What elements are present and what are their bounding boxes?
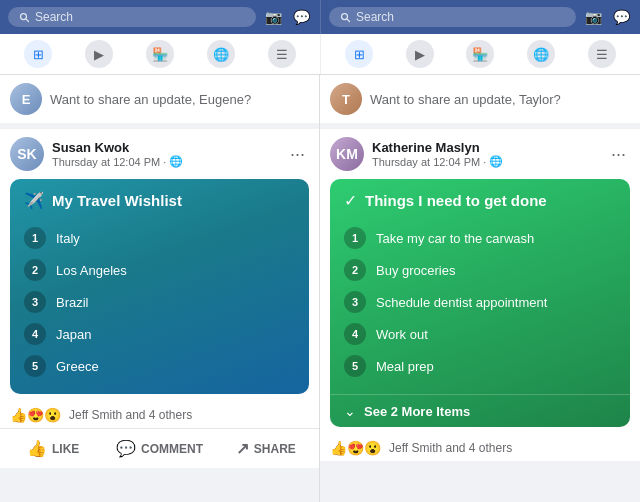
see-more-button[interactable]: ⌄ See 2 More Items (330, 394, 630, 427)
avatar-eugene: E (10, 83, 42, 115)
list-card-travel: ✈️ My Travel Wishlist 1 Italy 2 Los Ange… (10, 179, 309, 394)
wow-emoji: 😮 (44, 407, 61, 423)
list-item: 3 Brazil (24, 286, 295, 318)
update-box-left: E Want to share an update, Eugene? (0, 75, 319, 129)
store-icon-right[interactable]: 🏪 (466, 40, 494, 68)
post-avatar-susan: SK (10, 137, 44, 171)
update-placeholder-right[interactable]: Want to share an update, Taylor? (370, 92, 561, 107)
post-header-right: KM Katherine Maslyn Thursday at 12:04 PM… (320, 129, 640, 179)
top-nav: Search 📷 💬 Search 📷 💬 (0, 0, 640, 34)
update-placeholder-left[interactable]: Want to share an update, Eugene? (50, 92, 251, 107)
menu-icon-right[interactable]: ☰ (588, 40, 616, 68)
list-items-todo: 1 Take my car to the carwash 2 Buy groce… (330, 218, 630, 394)
feed-right: T Want to share an update, Taylor? KM Ka… (320, 75, 640, 502)
update-box-right: T Want to share an update, Taylor? (320, 75, 640, 129)
comment-button-left[interactable]: 💬 COMMENT (106, 433, 212, 464)
post-meta-right: Katherine Maslyn Thursday at 12:04 PM · … (372, 140, 599, 168)
post-avatar-susan-img: SK (10, 137, 44, 171)
messenger-icon-right[interactable]: 💬 (610, 6, 632, 28)
post-time-left: Thursday at 12:04 PM · 🌐 (52, 155, 278, 168)
post-card-left: SK Susan Kwok Thursday at 12:04 PM · 🌐 ·… (0, 129, 319, 468)
play-icon-left[interactable]: ▶ (85, 40, 113, 68)
reactions-left: 👍 😍 😮 Jeff Smith and 4 others (0, 402, 319, 428)
like-emoji-right: 👍 (330, 440, 347, 456)
feed-left: E Want to share an update, Eugene? SK Su… (0, 75, 320, 502)
post-meta-left: Susan Kwok Thursday at 12:04 PM · 🌐 (52, 140, 278, 168)
globe-icon-right[interactable]: 🌐 (527, 40, 555, 68)
search-placeholder-right: Search (356, 10, 394, 24)
icon-bar: ⊞ ▶ 🏪 🌐 ☰ ⊞ ▶ 🏪 🌐 ☰ (0, 34, 640, 75)
post-card-right: KM Katherine Maslyn Thursday at 12:04 PM… (320, 129, 640, 461)
comment-icon-left: 💬 (116, 439, 136, 458)
wow-emoji-right: 😮 (364, 440, 381, 456)
camera-icon-right[interactable]: 📷 (582, 6, 604, 28)
home-icon-left[interactable]: ⊞ (24, 40, 52, 68)
messenger-icon-left[interactable]: 💬 (290, 6, 312, 28)
travel-icon: ✈️ (24, 191, 44, 210)
like-emoji: 👍 (10, 407, 27, 423)
reaction-icons-right: 👍 😍 😮 (330, 440, 381, 456)
like-label-left: LIKE (52, 442, 79, 456)
post-time-text-right: Thursday at 12:04 PM (372, 156, 480, 168)
reaction-text-left: Jeff Smith and 4 others (69, 408, 192, 422)
search-bar-right[interactable]: Search (329, 7, 576, 27)
avatar-eugene-img: E (10, 83, 42, 115)
list-item: 4 Work out (344, 318, 616, 350)
list-item: 1 Take my car to the carwash (344, 222, 616, 254)
home-icon-right[interactable]: ⊞ (345, 40, 373, 68)
like-icon-left: 👍 (27, 439, 47, 458)
list-item: 5 Greece (24, 350, 295, 382)
list-item: 2 Buy groceries (344, 254, 616, 286)
like-button-left[interactable]: 👍 LIKE (0, 433, 106, 464)
search-icon-left (18, 11, 30, 23)
post-globe-icon-left: 🌐 (169, 155, 183, 168)
search-bar-left[interactable]: Search (8, 7, 256, 27)
list-card-todo-title: Things I need to get done (365, 192, 547, 209)
reactions-right: 👍 😍 😮 Jeff Smith and 4 others (320, 435, 640, 461)
list-item: 4 Japan (24, 318, 295, 350)
list-item: 5 Meal prep (344, 350, 616, 382)
chevron-down-icon: ⌄ (344, 403, 356, 419)
icon-bar-right: ⊞ ▶ 🏪 🌐 ☰ (320, 34, 640, 74)
heart-emoji: 😍 (27, 407, 44, 423)
reaction-text-right: Jeff Smith and 4 others (389, 441, 512, 455)
comment-label-left: COMMENT (141, 442, 203, 456)
icon-bar-left: ⊞ ▶ 🏪 🌐 ☰ (0, 34, 320, 74)
list-item: 2 Los Angeles (24, 254, 295, 286)
menu-icon-left[interactable]: ☰ (268, 40, 296, 68)
post-globe-icon-right: 🌐 (489, 155, 503, 168)
play-icon-right[interactable]: ▶ (406, 40, 434, 68)
list-card-todo: ✓ Things I need to get done 1 Take my ca… (330, 179, 630, 427)
post-time-text-left: Thursday at 12:04 PM (52, 156, 160, 168)
camera-icon-left[interactable]: 📷 (262, 6, 284, 28)
store-icon-left[interactable]: 🏪 (146, 40, 174, 68)
reaction-icons-left: 👍 😍 😮 (10, 407, 61, 423)
list-item: 1 Italy (24, 222, 295, 254)
list-items-travel: 1 Italy 2 Los Angeles 3 Brazil 4 Japan (10, 218, 309, 394)
list-card-todo-header: ✓ Things I need to get done (330, 179, 630, 218)
globe-icon-left[interactable]: 🌐 (207, 40, 235, 68)
nav-right: Search 📷 💬 (320, 0, 640, 34)
post-header-left: SK Susan Kwok Thursday at 12:04 PM · 🌐 ·… (0, 129, 319, 179)
action-bar-left: 👍 LIKE 💬 COMMENT ↗ SHARE (0, 428, 319, 468)
nav-left: Search 📷 💬 (0, 0, 320, 34)
share-button-left[interactable]: ↗ SHARE (213, 433, 319, 464)
post-author-left: Susan Kwok (52, 140, 278, 155)
share-icon-left: ↗ (236, 439, 249, 458)
avatar-taylor-img: T (330, 83, 362, 115)
post-time-right: Thursday at 12:04 PM · 🌐 (372, 155, 599, 168)
list-card-travel-header: ✈️ My Travel Wishlist (10, 179, 309, 218)
post-author-right: Katherine Maslyn (372, 140, 599, 155)
list-item: 3 Schedule dentist appointment (344, 286, 616, 318)
post-globe-left: · (163, 156, 166, 168)
search-icon-right (339, 11, 351, 23)
avatar-taylor: T (330, 83, 362, 115)
todo-checkmark-icon: ✓ (344, 191, 357, 210)
heart-emoji-right: 😍 (347, 440, 364, 456)
post-more-left[interactable]: ··· (286, 142, 309, 167)
main-content: E Want to share an update, Eugene? SK Su… (0, 75, 640, 502)
list-card-travel-title: My Travel Wishlist (52, 192, 182, 209)
post-more-right[interactable]: ··· (607, 142, 630, 167)
share-label-left: SHARE (254, 442, 296, 456)
post-avatar-katherine-img: KM (330, 137, 364, 171)
